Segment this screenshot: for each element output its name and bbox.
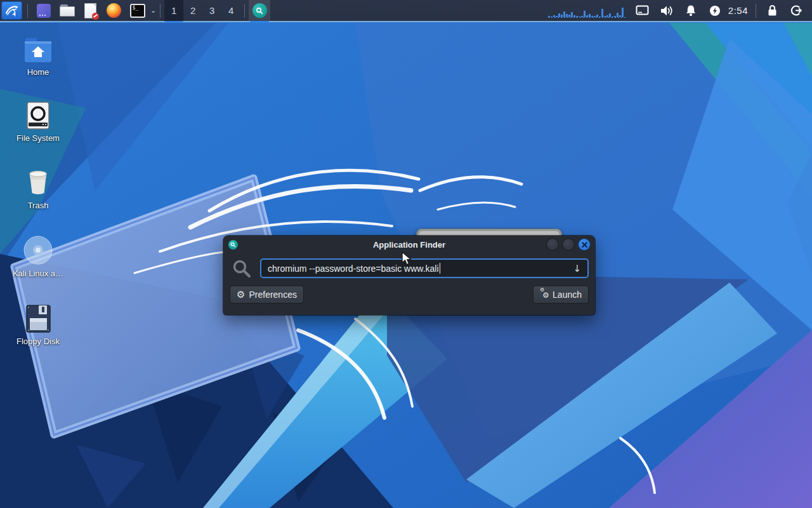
preferences-button-label: Preferences: [249, 290, 296, 300]
volume-icon: [660, 5, 673, 17]
minimize-button[interactable]: [547, 239, 558, 250]
kali-logo-icon: [4, 3, 20, 18]
logout-button[interactable]: [789, 4, 803, 17]
task-application-finder[interactable]: [249, 0, 270, 22]
dropdown-arrow-icon[interactable]: ↓: [573, 263, 581, 274]
command-input[interactable]: chromium --password-store=basic www.kali…: [260, 258, 589, 278]
display-icon: [636, 5, 649, 16]
search-icon: [232, 259, 251, 278]
titlebar[interactable]: Application Finder: [223, 236, 595, 253]
desktop-icon-label: File System: [6, 133, 70, 143]
file-manager-button[interactable]: [56, 1, 77, 20]
floppy-disk-icon: [6, 304, 70, 333]
desktop-icon-file-system[interactable]: File System: [6, 100, 70, 143]
top-panel: $_ ⌄ 1 2 3 4: [0, 0, 812, 22]
launch-button[interactable]: ⚙⚙ Launch: [533, 286, 589, 304]
terminal-button[interactable]: $_: [127, 1, 148, 20]
show-desktop-button[interactable]: [33, 1, 54, 20]
close-button[interactable]: [579, 239, 590, 250]
desktop-icon-floppy[interactable]: Floppy Disk: [6, 304, 70, 346]
kali-menu-button[interactable]: [1, 1, 22, 20]
firefox-icon: [107, 3, 121, 18]
text-caret: [440, 263, 441, 274]
optical-disc-icon: [6, 236, 70, 265]
desktop-screen: Home File System Trash: [0, 0, 812, 508]
application-finder-task-icon: [252, 3, 267, 18]
desktop-icon-trash[interactable]: Trash: [6, 168, 70, 210]
window-title: Application Finder: [223, 240, 595, 250]
workspace-4-button[interactable]: 4: [221, 0, 240, 22]
application-finder-icon: [228, 240, 238, 250]
close-icon: [582, 242, 587, 248]
desktop-icon-kali-cd[interactable]: Kali Linux a…: [6, 236, 70, 278]
mouse-cursor: [402, 251, 416, 267]
clock[interactable]: 2:54: [728, 5, 748, 16]
show-desktop-icon: [37, 4, 51, 18]
lock-icon: [767, 4, 778, 17]
text-editor-button[interactable]: [80, 1, 101, 20]
preferences-button[interactable]: ⚙ Preferences: [230, 286, 304, 304]
maximize-button[interactable]: [563, 239, 574, 250]
file-manager-icon: [60, 4, 75, 17]
workspace-1-button[interactable]: 1: [164, 0, 183, 22]
desktop-icon-home[interactable]: Home: [6, 34, 70, 77]
logout-icon: [790, 4, 802, 17]
cpu-graph[interactable]: [548, 4, 625, 18]
terminal-dropdown-button[interactable]: ⌄: [150, 6, 156, 15]
panel-separator: [756, 4, 756, 18]
bell-icon: [685, 4, 697, 17]
panel-separator: [160, 4, 160, 18]
desktop-icon-label: Trash: [6, 201, 70, 210]
trash-icon: [6, 168, 70, 197]
power-icon: [709, 5, 721, 17]
launch-button-label: Launch: [553, 290, 582, 300]
volume-indicator[interactable]: [660, 4, 674, 17]
application-finder-window: Application Finder chromium --password-s…: [223, 236, 595, 315]
desktop-icon-label: Floppy Disk: [6, 337, 70, 346]
panel-separator: [244, 4, 245, 18]
terminal-icon: $_: [130, 4, 145, 18]
lock-screen-button[interactable]: [765, 4, 779, 17]
notifications-indicator[interactable]: [684, 4, 698, 17]
workspace-3-button[interactable]: 3: [202, 0, 221, 22]
display-indicator[interactable]: [636, 4, 650, 17]
firefox-button[interactable]: [103, 1, 124, 20]
power-manager-indicator[interactable]: [708, 4, 722, 17]
text-editor-icon: [84, 3, 96, 18]
panel-separator: [27, 4, 28, 18]
workspace-2-button[interactable]: 2: [183, 0, 202, 22]
home-icon: [6, 34, 70, 64]
launch-icon: ⚙⚙: [540, 290, 549, 300]
desktop-icon-label: Home: [6, 67, 70, 77]
gear-icon: ⚙: [237, 290, 245, 300]
hard-drive-icon: [6, 100, 70, 130]
desktop-icon-label: Kali Linux a…: [6, 269, 70, 278]
